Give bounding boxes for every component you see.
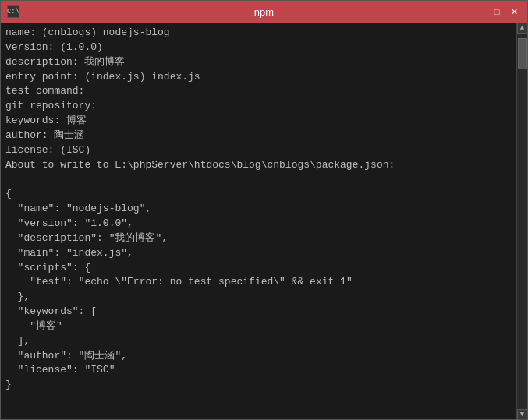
app-icon: C:\: [7, 5, 19, 18]
terminal-output: name: (cnblogs) nodejs-blog version: (1.…: [5, 26, 512, 419]
scrollbar-track: [517, 34, 527, 419]
scrollbar[interactable]: ▲ ▼: [516, 23, 527, 419]
scrollbar-thumb[interactable]: [518, 38, 527, 69]
terminal-window: C:\ npm ─ □ ✕ name: (cnblogs) nodejs-blo…: [0, 0, 528, 420]
window-title: npm: [254, 6, 274, 18]
titlebar-controls: ─ □ ✕: [473, 5, 521, 18]
scroll-down-arrow[interactable]: ▼: [517, 409, 528, 419]
scroll-up-arrow[interactable]: ▲: [517, 23, 528, 34]
titlebar: C:\ npm ─ □ ✕: [1, 1, 527, 23]
minimize-button[interactable]: ─: [473, 5, 487, 18]
terminal-content[interactable]: name: (cnblogs) nodejs-blog version: (1.…: [1, 23, 516, 419]
close-button[interactable]: ✕: [507, 5, 521, 18]
titlebar-left: C:\: [7, 5, 19, 18]
terminal-body: name: (cnblogs) nodejs-blog version: (1.…: [1, 23, 527, 419]
maximize-button[interactable]: □: [490, 5, 504, 18]
